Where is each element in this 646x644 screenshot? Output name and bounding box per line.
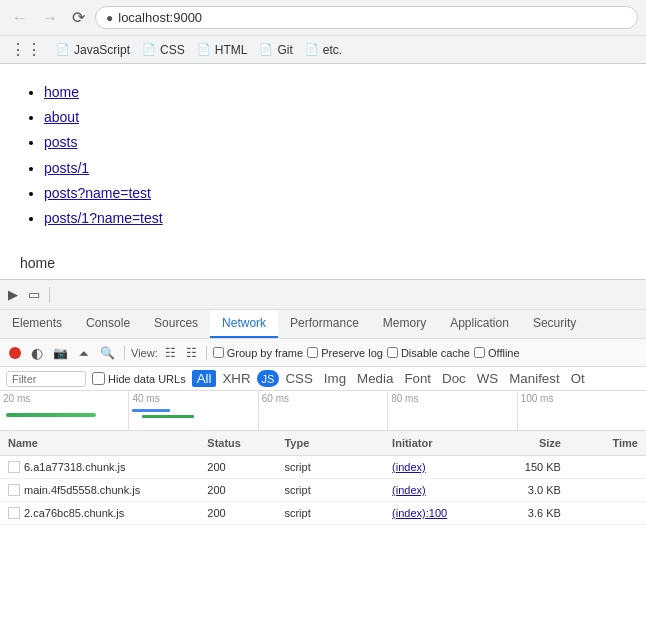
group-by-frame-checkbox[interactable] — [213, 347, 224, 358]
row-initiator-1[interactable]: (index) — [384, 482, 492, 498]
clear-button[interactable]: ◐ — [28, 343, 46, 363]
row-initiator-0[interactable]: (index) — [384, 459, 492, 475]
row-name-0: 6.a1a77318.chunk.js — [0, 459, 199, 475]
device-toggle-button[interactable]: ▭ — [24, 285, 44, 304]
network-toolbar: ◐ 📷 ⏶ 🔍 View: ☷ ☷ Group by frame Preserv… — [0, 339, 646, 367]
bookmark-css[interactable]: 📄 CSS — [142, 43, 185, 57]
reload-button[interactable]: ⟳ — [68, 6, 89, 29]
filter-font[interactable]: Font — [399, 370, 436, 387]
filter-js[interactable]: JS — [257, 370, 280, 387]
timeline-mark-80: 80 ms — [388, 391, 517, 430]
table-row[interactable]: main.4f5d5558.chunk.js 200 script (index… — [0, 479, 646, 502]
bookmark-html[interactable]: 📄 HTML — [197, 43, 248, 57]
tab-console[interactable]: Console — [74, 310, 142, 338]
browser-chrome: ← → ⟳ ● localhost:9000 ⋮⋮ 📄 JavaScript 📄… — [0, 0, 646, 64]
link-posts-1-name-test[interactable]: posts/1?name=test — [44, 210, 163, 226]
timeline-bar-green-1 — [6, 413, 96, 417]
tab-network[interactable]: Network — [210, 310, 278, 338]
filter-bar: Hide data URLs All XHR JS CSS Img Media … — [0, 367, 646, 391]
bookmark-html-icon: 📄 — [197, 43, 211, 56]
filter-ws[interactable]: WS — [472, 370, 503, 387]
filter-media[interactable]: Media — [352, 370, 398, 387]
bookmark-javascript[interactable]: 📄 JavaScript — [56, 43, 130, 57]
url-text: localhost:9000 — [118, 10, 202, 25]
page-home-text: home — [0, 247, 646, 279]
forward-button[interactable]: → — [38, 7, 62, 29]
file-icon-1 — [8, 484, 20, 496]
url-bar[interactable]: ● localhost:9000 — [95, 6, 638, 29]
file-icon-2 — [8, 507, 20, 519]
row-initiator-2[interactable]: (index):100 — [384, 505, 492, 521]
disable-cache-label[interactable]: Disable cache — [387, 347, 470, 359]
bookmark-js-label: JavaScript — [74, 43, 130, 57]
hide-data-urls-label[interactable]: Hide data URLs — [92, 372, 186, 385]
group-by-frame-label[interactable]: Group by frame — [213, 347, 303, 359]
view-grid-button[interactable]: ☷ — [183, 344, 200, 362]
bookmark-git-icon: 📄 — [259, 43, 273, 56]
tab-elements[interactable]: Elements — [0, 310, 74, 338]
bookmark-git[interactable]: 📄 Git — [259, 43, 292, 57]
filter-doc[interactable]: Doc — [437, 370, 471, 387]
row-status-0: 200 — [199, 459, 276, 475]
header-time[interactable]: Time — [569, 435, 646, 451]
lock-icon: ● — [106, 11, 113, 25]
inspect-element-button[interactable]: ▶ — [4, 285, 22, 304]
link-posts-name-test[interactable]: posts?name=test — [44, 185, 151, 201]
row-time-0 — [569, 465, 646, 469]
row-status-2: 200 — [199, 505, 276, 521]
timeline-bar-blue-2 — [142, 415, 193, 418]
filter-input[interactable] — [6, 371, 86, 387]
network-timeline: 20 ms 40 ms 60 ms 80 ms 100 ms — [0, 391, 646, 431]
offline-checkbox[interactable] — [474, 347, 485, 358]
timeline-bar-blue-1 — [132, 409, 171, 412]
toolbar-sep-2 — [206, 346, 207, 360]
header-name[interactable]: Name — [0, 435, 199, 451]
nav-bar: ← → ⟳ ● localhost:9000 — [0, 0, 646, 35]
header-type[interactable]: Type — [276, 435, 384, 451]
filter-all[interactable]: All — [192, 370, 217, 387]
filter-xhr[interactable]: XHR — [217, 370, 255, 387]
tab-application[interactable]: Application — [438, 310, 521, 338]
view-list-button[interactable]: ☷ — [162, 344, 179, 362]
header-initiator[interactable]: Initiator — [384, 435, 492, 451]
devtools-tabs: Elements Console Sources Network Perform… — [0, 310, 646, 339]
hide-data-urls-checkbox[interactable] — [92, 372, 105, 385]
tab-security[interactable]: Security — [521, 310, 588, 338]
filter-button[interactable]: ⏶ — [75, 344, 93, 362]
filter-css[interactable]: CSS — [280, 370, 317, 387]
row-status-1: 200 — [199, 482, 276, 498]
bookmarks-bar: ⋮⋮ 📄 JavaScript 📄 CSS 📄 HTML 📄 Git 📄 etc… — [0, 35, 646, 63]
link-posts[interactable]: posts — [44, 134, 77, 150]
tab-memory[interactable]: Memory — [371, 310, 438, 338]
tab-sources[interactable]: Sources — [142, 310, 210, 338]
filter-img[interactable]: Img — [319, 370, 351, 387]
nav-links-list: home about posts posts/1 posts?name=test… — [20, 80, 626, 231]
timeline-mark-100: 100 ms — [518, 391, 646, 430]
record-button[interactable] — [6, 345, 24, 361]
preserve-log-label[interactable]: Preserve log — [307, 347, 383, 359]
table-row[interactable]: 2.ca76bc85.chunk.js 200 script (index):1… — [0, 502, 646, 525]
timeline-mark-20: 20 ms — [0, 391, 129, 430]
table-header: Name Status Type Initiator Size Time — [0, 431, 646, 456]
offline-label[interactable]: Offline — [474, 347, 520, 359]
tab-performance[interactable]: Performance — [278, 310, 371, 338]
bookmark-etc[interactable]: 📄 etc. — [305, 43, 342, 57]
header-status[interactable]: Status — [199, 435, 276, 451]
filter-other[interactable]: Ot — [566, 370, 590, 387]
table-row[interactable]: 6.a1a77318.chunk.js 200 script (index) 1… — [0, 456, 646, 479]
disable-cache-checkbox[interactable] — [387, 347, 398, 358]
header-size[interactable]: Size — [492, 435, 569, 451]
toolbar-sep-1 — [124, 346, 125, 360]
timeline-mark-40: 40 ms — [129, 391, 258, 430]
bookmark-html-label: HTML — [215, 43, 248, 57]
back-button[interactable]: ← — [8, 7, 32, 29]
search-button[interactable]: 🔍 — [97, 344, 118, 362]
preserve-log-checkbox[interactable] — [307, 347, 318, 358]
link-about[interactable]: about — [44, 109, 79, 125]
link-posts-1[interactable]: posts/1 — [44, 160, 89, 176]
apps-button[interactable]: ⋮⋮ — [8, 40, 44, 59]
link-home[interactable]: home — [44, 84, 79, 100]
camera-button[interactable]: 📷 — [50, 344, 71, 362]
page-content: home about posts posts/1 posts?name=test… — [0, 64, 646, 247]
filter-manifest[interactable]: Manifest — [504, 370, 564, 387]
